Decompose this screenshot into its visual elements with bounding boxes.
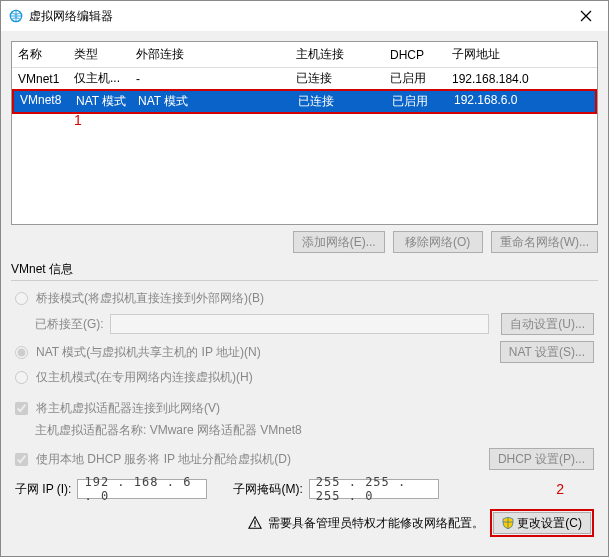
close-icon <box>580 10 592 22</box>
col-dhcp[interactable]: DHCP <box>384 42 446 68</box>
annotation-2: 2 <box>556 481 564 497</box>
hostonly-label: 仅主机模式(在专用网络内连接虚拟机)(H) <box>36 369 253 386</box>
bridged-label: 桥接模式(将虚拟机直接连接到外部网络)(B) <box>36 290 264 307</box>
annotation-box-2: 更改设置(C) <box>490 509 594 537</box>
col-ext[interactable]: 外部连接 <box>130 42 290 68</box>
col-host[interactable]: 主机连接 <box>290 42 384 68</box>
bridged-radio-row: 桥接模式(将虚拟机直接连接到外部网络)(B) <box>11 287 598 310</box>
bridged-radio[interactable] <box>15 292 28 305</box>
add-network-button[interactable]: 添加网络(E)... <box>293 231 385 253</box>
connect-host-row: 将主机虚拟适配器连接到此网络(V) <box>11 397 598 420</box>
connect-host-checkbox[interactable] <box>15 402 28 415</box>
nat-settings-button[interactable]: NAT 设置(S)... <box>500 341 594 363</box>
app-icon <box>9 9 23 23</box>
table-row[interactable]: VMnet1 仅主机... - 已连接 已启用 192.168.184.0 <box>12 68 597 90</box>
cell-name: VMnet8 <box>14 93 70 110</box>
bridged-to-label: 已桥接至(G): <box>35 316 104 333</box>
vmnet-info-title: VMnet 信息 <box>11 261 598 278</box>
use-dhcp-checkbox[interactable] <box>15 453 28 466</box>
close-button[interactable] <box>564 1 608 31</box>
cell-host: 已连接 <box>290 68 384 90</box>
warning-icon <box>248 516 262 530</box>
col-name[interactable]: 名称 <box>12 42 68 68</box>
hostonly-radio[interactable] <box>15 371 28 384</box>
use-dhcp-row: 使用本地 DHCP 服务将 IP 地址分配给虚拟机(D) DHCP 设置(P).… <box>11 445 598 473</box>
host-adapter-name: 主机虚拟适配器名称: VMware 网络适配器 VMnet8 <box>11 420 598 445</box>
dialog-window: 虚拟网络编辑器 名称 类型 外部连接 主机连接 DHCP 子网地址 <box>0 0 609 557</box>
annotation-box-1: VMnet8 NAT 模式 NAT 模式 已连接 已启用 192.168.6.0 <box>12 89 597 114</box>
col-subnet[interactable]: 子网地址 <box>446 42 597 68</box>
cell-type: NAT 模式 <box>70 93 132 110</box>
cell-ext: - <box>130 68 290 90</box>
subnet-mask-label: 子网掩码(M): <box>233 481 302 498</box>
cell-subnet: 192.168.184.0 <box>446 68 597 90</box>
admin-row: 需要具备管理员特权才能修改网络配置。 更改设置(C) <box>11 505 598 545</box>
table-row-selected[interactable]: VMnet8 NAT 模式 NAT 模式 已连接 已启用 192.168.6.0 <box>12 89 597 114</box>
cell-dhcp: 已启用 <box>386 93 448 110</box>
change-settings-label: 更改设置(C) <box>517 516 582 530</box>
nat-radio-row: NAT 模式(与虚拟机共享主机的 IP 地址)(N) NAT 设置(S)... <box>11 338 598 366</box>
dhcp-settings-button[interactable]: DHCP 设置(P)... <box>489 448 594 470</box>
table-header-row: 名称 类型 外部连接 主机连接 DHCP 子网地址 <box>12 42 597 68</box>
cell-type: 仅主机... <box>68 68 130 90</box>
network-buttons-row: 添加网络(E)... 移除网络(O) 重命名网络(W)... <box>11 225 598 259</box>
svg-rect-1 <box>255 520 256 524</box>
subnet-ip-label: 子网 IP (I): <box>15 481 71 498</box>
admin-warning-text: 需要具备管理员特权才能修改网络配置。 <box>268 515 484 532</box>
svg-rect-2 <box>255 526 256 527</box>
window-title: 虚拟网络编辑器 <box>29 8 564 25</box>
cell-name: VMnet1 <box>12 68 68 90</box>
annotation-1: 1 <box>74 112 82 128</box>
cell-ext: NAT 模式 <box>132 93 292 110</box>
auto-settings-button[interactable]: 自动设置(U)... <box>501 313 594 335</box>
nat-label: NAT 模式(与虚拟机共享主机的 IP 地址)(N) <box>36 344 261 361</box>
remove-network-button[interactable]: 移除网络(O) <box>393 231 483 253</box>
network-table[interactable]: 名称 类型 外部连接 主机连接 DHCP 子网地址 VMnet1 仅主机... … <box>11 41 598 225</box>
hostonly-radio-row: 仅主机模式(在专用网络内连接虚拟机)(H) <box>11 366 598 389</box>
bridged-to-row: 已桥接至(G): 自动设置(U)... <box>11 310 598 338</box>
cell-subnet: 192.168.6.0 <box>448 93 523 110</box>
use-dhcp-label: 使用本地 DHCP 服务将 IP 地址分配给虚拟机(D) <box>36 451 291 468</box>
shield-icon <box>502 517 514 529</box>
bottom-button-row: 还原默认设置(R) 导入(T)... 导出(X)... 确定 取消 应用(A) … <box>1 553 608 557</box>
content-area: 名称 类型 外部连接 主机连接 DHCP 子网地址 VMnet1 仅主机... … <box>1 31 608 553</box>
subnet-mask-input[interactable]: 255 . 255 . 255 . 0 <box>309 479 439 499</box>
nat-radio[interactable] <box>15 346 28 359</box>
subnet-ip-input[interactable]: 192 . 168 . 6 . 0 <box>77 479 207 499</box>
subnet-row: 子网 IP (I): 192 . 168 . 6 . 0 子网掩码(M): 25… <box>11 473 598 505</box>
rename-network-button[interactable]: 重命名网络(W)... <box>491 231 598 253</box>
cell-host: 已连接 <box>292 93 386 110</box>
titlebar: 虚拟网络编辑器 <box>1 1 608 31</box>
vmnet-info-group: 桥接模式(将虚拟机直接连接到外部网络)(B) 已桥接至(G): 自动设置(U).… <box>11 280 598 505</box>
col-type[interactable]: 类型 <box>68 42 130 68</box>
change-settings-button[interactable]: 更改设置(C) <box>493 512 591 534</box>
connect-host-label: 将主机虚拟适配器连接到此网络(V) <box>36 400 220 417</box>
bridged-to-select[interactable] <box>110 314 490 334</box>
cell-dhcp: 已启用 <box>384 68 446 90</box>
